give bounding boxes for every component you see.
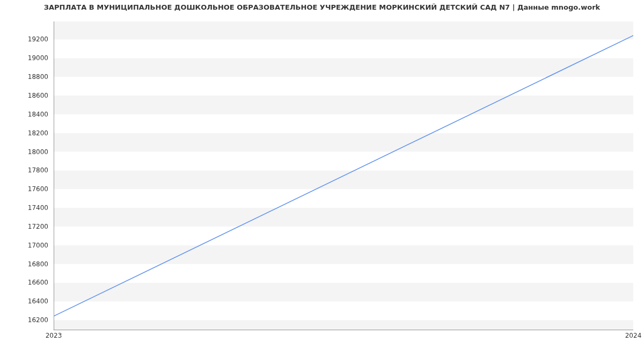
y-tick-label: 17800 [0,166,48,174]
y-tick-label: 18800 [0,73,48,81]
y-tick-label: 17000 [0,242,48,249]
grid-band [54,58,633,77]
grid-band [54,320,633,330]
y-tick-label: 18200 [0,129,48,137]
x-tick-label: 2023 [46,332,62,339]
y-tick-label: 17600 [0,185,48,193]
grid-band [54,189,633,208]
grid-band [54,264,633,283]
y-tick-label: 19200 [0,35,48,43]
grid-band [54,170,633,189]
grid-band [54,301,633,320]
y-tick-label: 18400 [0,111,48,118]
grid-band [54,114,633,133]
y-tick-label: 18000 [0,148,48,156]
grid-band [54,96,633,114]
y-tick-label: 19000 [0,54,48,62]
y-tick-label: 16400 [0,297,48,305]
grid-band [54,21,633,39]
plot-area [54,21,633,330]
grid-band [54,227,633,245]
grid-band [54,282,633,301]
grid-band [54,208,633,227]
grid-band [54,245,633,264]
plot-svg [54,21,633,330]
y-tick-label: 16200 [0,316,48,324]
grid-band [54,77,633,96]
y-tick-label: 16800 [0,260,48,268]
y-tick-label: 18600 [0,92,48,99]
grid-band [54,39,633,58]
chart-title: ЗАРПЛАТА В МУНИЦИПАЛЬНОЕ ДОШКОЛЬНОЕ ОБРА… [0,3,644,11]
chart-container: ЗАРПЛАТА В МУНИЦИПАЛЬНОЕ ДОШКОЛЬНОЕ ОБРА… [0,0,644,349]
y-tick-label: 16600 [0,279,48,286]
y-tick-label: 17400 [0,204,48,212]
y-tick-label: 17200 [0,223,48,230]
grid-band [54,152,633,171]
grid-band [54,133,633,152]
x-tick-label: 2024 [625,332,642,339]
